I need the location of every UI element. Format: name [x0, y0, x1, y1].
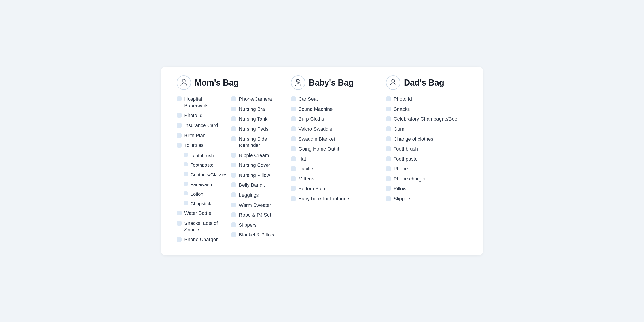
- checkbox[interactable]: [386, 137, 391, 141]
- checkbox[interactable]: [177, 211, 182, 215]
- list-item[interactable]: Contacts/Glasses: [177, 171, 222, 177]
- list-item[interactable]: Mittens: [291, 176, 372, 182]
- list-item[interactable]: Bottom Balm: [291, 185, 372, 192]
- checkbox[interactable]: [184, 162, 188, 166]
- checkbox[interactable]: [231, 116, 236, 121]
- checkbox[interactable]: [386, 176, 391, 181]
- list-item[interactable]: Nursing Tank: [231, 116, 277, 122]
- checkbox[interactable]: [386, 146, 391, 151]
- list-item[interactable]: Belly Bandit: [231, 182, 277, 188]
- checkbox[interactable]: [231, 202, 236, 207]
- list-item[interactable]: Nursing Pillow: [231, 172, 277, 179]
- list-item[interactable]: Toothpaste: [386, 156, 467, 162]
- checkbox[interactable]: [386, 126, 391, 131]
- list-item[interactable]: Phone: [386, 166, 467, 172]
- checkbox[interactable]: [231, 212, 236, 217]
- checkbox[interactable]: [184, 182, 188, 186]
- list-item[interactable]: Birth Plan: [177, 132, 222, 139]
- checkbox[interactable]: [231, 137, 236, 141]
- checkbox[interactable]: [177, 237, 182, 242]
- list-item[interactable]: Warm Sweater: [231, 202, 277, 209]
- list-item[interactable]: Toothbrush: [386, 146, 467, 152]
- list-item[interactable]: Insurance Card: [177, 122, 222, 129]
- checkbox[interactable]: [386, 156, 391, 161]
- list-item[interactable]: Lotion: [177, 191, 222, 197]
- checkbox[interactable]: [231, 222, 236, 227]
- list-item[interactable]: Baby book for footprints: [291, 196, 372, 202]
- checkbox[interactable]: [291, 196, 296, 201]
- list-item[interactable]: Nursing Cover: [231, 162, 277, 168]
- list-item[interactable]: Pacifier: [291, 166, 372, 172]
- list-item[interactable]: Celebratory Champagne/Beer: [386, 116, 467, 122]
- list-item[interactable]: Water Bottle: [177, 210, 222, 217]
- checkbox[interactable]: [231, 182, 236, 187]
- checkbox[interactable]: [291, 107, 296, 111]
- checkbox[interactable]: [177, 143, 182, 148]
- checkbox[interactable]: [177, 133, 182, 138]
- list-item[interactable]: Photo Id: [177, 112, 222, 119]
- list-item[interactable]: Chapstick: [177, 200, 222, 206]
- checkbox[interactable]: [291, 176, 296, 181]
- checkbox[interactable]: [231, 192, 236, 197]
- list-item[interactable]: Going Home Outfit: [291, 146, 372, 152]
- list-item[interactable]: Phone charger: [386, 176, 467, 182]
- list-item[interactable]: Burp Cloths: [291, 116, 372, 122]
- list-item[interactable]: Hat: [291, 156, 372, 162]
- list-item[interactable]: Pillow: [386, 185, 467, 192]
- checkbox[interactable]: [291, 146, 296, 151]
- list-item[interactable]: Leggings: [231, 192, 277, 198]
- list-item[interactable]: Swaddle Blanket: [291, 136, 372, 143]
- list-item[interactable]: Nursing Pads: [231, 126, 277, 132]
- list-item[interactable]: Velcro Swaddle: [291, 126, 372, 132]
- list-item[interactable]: Snacks! Lots of Snacks: [177, 220, 222, 233]
- checkbox[interactable]: [386, 116, 391, 121]
- checkbox[interactable]: [291, 186, 296, 191]
- checkbox[interactable]: [291, 166, 296, 171]
- list-item[interactable]: Robe & PJ Set: [231, 212, 277, 218]
- checkbox[interactable]: [386, 186, 391, 191]
- checkbox[interactable]: [386, 96, 391, 101]
- list-item[interactable]: Phone Charger: [177, 236, 222, 243]
- list-item[interactable]: Toothpaste: [177, 162, 222, 168]
- checkbox[interactable]: [231, 173, 236, 177]
- checkbox[interactable]: [177, 113, 182, 118]
- list-item[interactable]: Toothbrush: [177, 152, 222, 158]
- checkbox[interactable]: [291, 156, 296, 161]
- checkbox[interactable]: [231, 126, 236, 131]
- list-item[interactable]: Nipple Cream: [231, 152, 277, 159]
- checkbox[interactable]: [231, 232, 236, 237]
- list-item[interactable]: Nursing Side Reminder: [231, 136, 277, 149]
- list-item[interactable]: Photo Id: [386, 96, 467, 103]
- checkbox[interactable]: [386, 166, 391, 171]
- checkbox[interactable]: [386, 196, 391, 201]
- list-item[interactable]: Slippers: [231, 222, 277, 228]
- checkbox[interactable]: [291, 116, 296, 121]
- checkbox[interactable]: [177, 96, 182, 101]
- list-item[interactable]: Snacks: [386, 106, 467, 113]
- list-item[interactable]: Car Seat: [291, 96, 372, 103]
- list-item[interactable]: Hospital Paperwork: [177, 96, 222, 109]
- list-item[interactable]: Sound Machine: [291, 106, 372, 113]
- checkbox[interactable]: [177, 221, 182, 226]
- list-item[interactable]: Nursing Bra: [231, 106, 277, 113]
- list-item[interactable]: Blanket & Pillow: [231, 232, 277, 238]
- checkbox[interactable]: [231, 153, 236, 158]
- checkbox[interactable]: [231, 162, 236, 167]
- checkbox[interactable]: [231, 96, 236, 101]
- checkbox[interactable]: [291, 137, 296, 141]
- checkbox[interactable]: [184, 191, 188, 195]
- checkbox[interactable]: [291, 96, 296, 101]
- list-item[interactable]: Facewash: [177, 181, 222, 187]
- list-item[interactable]: Gum: [386, 126, 467, 132]
- list-item[interactable]: Change of clothes: [386, 136, 467, 143]
- checkbox[interactable]: [177, 123, 182, 128]
- list-item[interactable]: Toiletries: [177, 142, 222, 149]
- checkbox[interactable]: [184, 172, 188, 176]
- checkbox[interactable]: [386, 107, 391, 111]
- checkbox[interactable]: [184, 153, 188, 157]
- checkbox[interactable]: [184, 201, 188, 205]
- checkbox[interactable]: [231, 107, 236, 111]
- list-item[interactable]: Slippers: [386, 196, 467, 202]
- list-item[interactable]: Phone/Camera: [231, 96, 277, 103]
- checkbox[interactable]: [291, 126, 296, 131]
